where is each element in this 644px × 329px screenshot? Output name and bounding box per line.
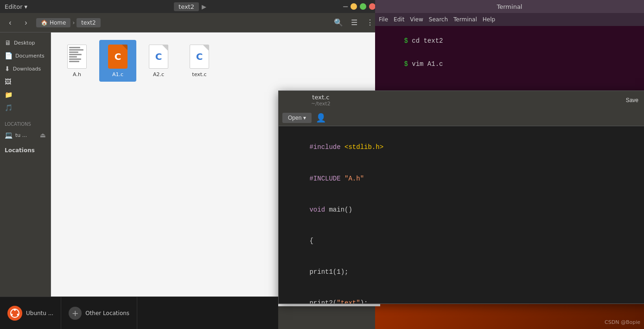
minimize-icon[interactable]: ─ [343,2,348,11]
close-button[interactable] [369,3,376,10]
code-line-1: #include <stdlib.h> [286,132,641,163]
terminal-prompt-2: $ [404,60,412,68]
terminal-title: Terminal [497,3,523,10]
minimize-button[interactable] [351,3,357,10]
terminal-line-1: $ cd text2 [381,30,638,52]
breadcrumb-separator: › [72,19,75,26]
breadcrumb: 🏠 Home › text2 [36,18,328,27]
file-manager-sidebar: 🖥 Desktop 📄 Documents ⬇ Downloads 🖼 📁 🎵 [0,32,51,306]
code-line-5: print1(1); [286,257,641,288]
textc-icon-img: C [188,44,210,70]
terminal-menu-edit[interactable]: Edit [394,16,404,23]
editor-path: ~/text2 [311,101,331,107]
file-icon-a1c[interactable]: C A1.c [99,40,136,82]
editor-content[interactable]: #include <stdlib.h> #INCLUDE "A.h" void … [279,126,644,303]
file-label-a2c: A2.c [153,71,164,78]
taskbar-item-other-locations[interactable]: + Other Locations [61,297,137,329]
view-list-button[interactable]: ☰ [348,16,361,29]
sidebar-item-ubuntu[interactable]: 💻 tu ... ⏏ [0,129,51,142]
save-button[interactable]: Save [620,95,644,105]
menu-button[interactable]: ⋮ [363,16,376,29]
svg-point-3 [11,314,13,316]
sidebar-item-music[interactable]: 🎵 [0,101,51,114]
toolbar-right: 🔍 ☰ ⋮ [332,16,376,29]
sidebar-item-documents[interactable]: 📄 Documents [0,49,51,62]
ah-icon-img [66,44,88,70]
terminal-menubar: File Edit View Search Terminal Help [375,13,644,26]
file-manager-toolbar: ‹ › 🏠 Home › text2 🔍 ☰ ⋮ [0,13,380,32]
breadcrumb-home[interactable]: 🏠 Home [36,18,70,27]
terminal-cmd-1: cd text2 [412,37,443,45]
file-icon-a2c[interactable]: C A2.c [140,40,177,82]
svg-point-1 [14,309,16,311]
breadcrumb-text2[interactable]: text2 [77,18,100,27]
text-editor-window: text.c ~/text2 Save Open ▾ 👤 #include <s… [278,90,644,304]
c-letter-textc: C [196,51,203,62]
editor-titlebar-center: text.c ~/text2 [311,94,331,107]
file-label-textc: text.c [192,71,206,78]
editor-titlebar: text.c ~/text2 Save [279,91,644,110]
add-icon: + [69,307,82,320]
terminal-cmd-2: vim A1.c [412,60,443,68]
file-icon-ah[interactable]: A.h [58,40,96,82]
csdn-watermark: CSDN @Bopie [605,319,640,325]
terminal-menu-terminal[interactable]: Terminal [453,16,477,23]
code-line-2: #INCLUDE "A.h" [286,163,641,194]
c-letter-a1c: C [115,51,121,62]
forward-button[interactable]: › [19,16,32,29]
terminal-menu-file[interactable]: File [379,16,388,23]
file-manager-titlebar: Editor ▾ text2 ▶ ─ [0,0,380,13]
code-line-3: void main() [286,194,641,225]
taskbar-other-locations-label: Other Locations [85,310,129,316]
music-icon: 🎵 [5,104,13,111]
svg-point-2 [17,314,19,316]
terminal-titlebar: Terminal [375,0,644,13]
editor-toolbar: Open ▾ 👤 [279,110,644,126]
sidebar-item-pictures[interactable]: 🖼 [0,75,51,88]
taskbar: Ubuntu ... + Other Locations [0,297,278,329]
eject-icon[interactable]: ⏏ [40,131,46,139]
locations-section-label: Locations [0,145,51,155]
open-button[interactable]: Open ▾ [282,113,312,123]
back-button[interactable]: ‹ [4,16,17,29]
file-icon-textc[interactable]: C text.c [181,40,218,82]
videos-icon: 📁 [5,91,13,98]
terminal-prompt-1: $ [404,37,412,45]
pictures-icon: 🖼 [5,78,11,85]
desktop-icon: 🖥 [5,39,11,46]
sidebar-item-desktop[interactable]: 🖥 Desktop [0,36,51,49]
tab-arrow[interactable]: ▶ [202,3,206,10]
ubuntu-drive-icon: 💻 [5,131,13,139]
documents-icon: 📄 [5,52,13,59]
locations-header: Locations [0,120,51,129]
file-label-ah: A.h [73,71,81,78]
open-dropdown-icon: ▾ [303,115,306,121]
editor-action-button[interactable]: 👤 [314,111,327,124]
terminal-menu-help[interactable]: Help [483,16,495,23]
code-line-4: { [286,226,641,257]
taskbar-item-ubuntu[interactable]: Ubuntu ... [0,297,61,329]
terminal-window: Terminal File Edit View Search Terminal … [375,0,644,102]
c-letter-a2c: C [155,51,162,62]
terminal-menu-view[interactable]: View [410,16,423,23]
file-label-a1c: A1.c [112,71,123,78]
a2c-icon-img: C [147,44,170,70]
titlebar-left: Editor ▾ [5,3,27,10]
a1c-icon-img: C [107,44,129,70]
taskbar-ubuntu-label: Ubuntu ... [26,310,53,316]
sidebar-item-videos[interactable]: 📁 [0,88,51,101]
tab-text2[interactable]: text2 [174,2,199,11]
editor-filename: text.c [312,94,329,101]
search-button[interactable]: 🔍 [332,16,345,29]
maximize-button[interactable] [360,3,366,10]
toolbar-left: ‹ › [4,16,32,29]
editor-label: Editor ▾ [5,3,27,10]
sidebar-item-downloads[interactable]: ⬇ Downloads [0,62,51,75]
code-line-6: print2("text"); [286,288,641,303]
home-icon: 🏠 [41,19,48,26]
titlebar-right: ─ [343,2,376,11]
downloads-icon: ⬇ [5,65,10,72]
terminal-menu-search[interactable]: Search [429,16,448,23]
ubuntu-icon [7,306,22,321]
terminal-line-2: $ vim A1.c [381,53,638,75]
